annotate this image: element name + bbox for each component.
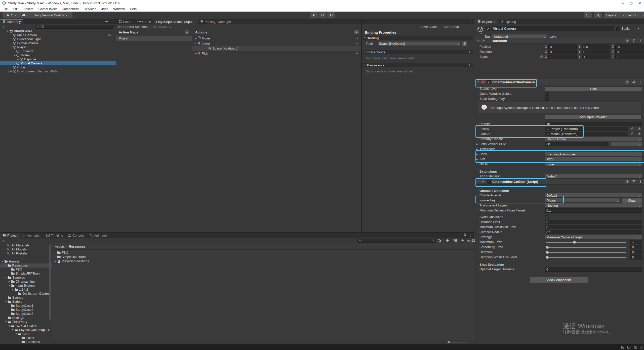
tab-lighting[interactable]: Lighting — [498, 19, 518, 24]
kebab-menu-icon[interactable]: ⋮ — [469, 20, 472, 23]
scale-x-field[interactable]: 1 — [548, 55, 577, 59]
foldout-arrow-icon[interactable]: ▼ — [8, 284, 11, 288]
project-folder-samples[interactable]: ▼Samples — [0, 276, 52, 280]
refresh-disabled-icon[interactable] — [633, 345, 637, 350]
standby-update-dropdown[interactable]: Round Robin▾ — [545, 137, 642, 141]
action-row-move[interactable]: ▶Move＋ — [192, 36, 361, 41]
foldout-arrow-icon[interactable]: ▶ — [8, 280, 11, 284]
minimum-occlusion-time-field[interactable]: 0 — [545, 225, 642, 229]
project-folder-scripts[interactable]: ▼Scripts — [0, 300, 52, 304]
hierarchy-item-cube[interactable]: Cube — [0, 65, 116, 69]
favorites-star-icon[interactable]: ★ — [461, 238, 464, 243]
hierarchy-search-input[interactable]: All — [35, 25, 114, 29]
foldout-arrow-icon[interactable]: ▶ — [475, 158, 479, 160]
hierarchy-item-model[interactable]: ▼Model — [0, 53, 116, 57]
clear-button[interactable]: Clear — [622, 198, 642, 203]
tab-playerinputactions-input-[interactable]: PlayerInputActions (Input... — [153, 19, 198, 24]
aim-dropdown[interactable]: POV▾ — [545, 157, 642, 161]
help-icon[interactable]: ? — [625, 39, 629, 43]
add-action-map-button[interactable]: + — [185, 30, 189, 34]
tab-project[interactable]: Project — [0, 233, 20, 238]
kebab-menu-icon[interactable]: ⋮ — [639, 39, 642, 43]
rotation-y-field[interactable]: 0 — [582, 50, 610, 54]
rotation-x-field[interactable]: 0 — [548, 50, 577, 54]
menu-window[interactable]: Window — [111, 7, 127, 11]
project-folder-studycase1[interactable]: StudyCase1 — [0, 304, 52, 308]
play-button[interactable] — [310, 12, 318, 18]
foldout-arrow-icon[interactable]: ▶ — [475, 148, 479, 150]
foldout-arrow-icon[interactable]: ▼ — [8, 324, 11, 328]
favorite-all-models[interactable]: All Models — [0, 247, 52, 251]
lens-vertical-fov-mode-dropdown[interactable]: ▾ — [610, 142, 642, 146]
hierarchy-item-environment-narrow-walls[interactable]: ▶Environment_Narrow_Walls› — [0, 69, 116, 73]
gear-icon[interactable] — [638, 127, 641, 131]
preset-icon[interactable] — [632, 80, 636, 84]
hierarchy-item-studycase1[interactable]: ▼StudyCase1 — [0, 29, 116, 33]
tab-scene[interactable]: Scene — [116, 19, 135, 24]
add-input-provider-button[interactable]: Add Input Provider — [545, 115, 641, 119]
position-x-field[interactable]: 0 — [548, 45, 577, 49]
camera-radius-field[interactable]: 0.1 — [545, 230, 642, 234]
open-search-window-icon[interactable] — [432, 239, 434, 242]
project-search-input[interactable] — [357, 239, 436, 243]
action-row-space-keyboard-[interactable]: Space [Keyboard] — [192, 46, 361, 51]
kebab-menu-icon[interactable]: ⋮ — [469, 233, 472, 237]
step-button[interactable] — [327, 12, 335, 18]
minimum-distance-from-target-field[interactable]: 0.1 — [545, 208, 642, 213]
foldout-arrow-icon[interactable]: ▼ — [11, 288, 15, 292]
foldout-arrow-icon[interactable]: ▶ — [16, 57, 20, 61]
breadcrumb-root[interactable]: Assets — [55, 245, 65, 248]
tab-console[interactable]: Console — [66, 233, 87, 238]
project-folder-fbx[interactable]: FBX — [0, 268, 52, 272]
project-item-fbx[interactable]: FBX — [52, 250, 474, 255]
foldout-arrow-icon[interactable]: ▼ — [5, 300, 8, 304]
damping-when-occluded-field[interactable]: 0 — [630, 255, 642, 259]
project-folder-functions[interactable]: Functions — [0, 340, 52, 344]
status-live-button[interactable]: Solo — [545, 86, 642, 91]
component-enabled-checkbox[interactable]: ✓ — [487, 80, 491, 84]
close-button[interactable]: ✕ — [635, 0, 644, 6]
maximum-effort-slider-track[interactable] — [546, 242, 626, 243]
damping-slider-track[interactable] — [546, 252, 626, 253]
hierarchy-item-forward[interactable]: Forward — [0, 49, 116, 53]
object-picker-icon[interactable] — [631, 132, 634, 136]
project-folder-input-system[interactable]: ▼Input System — [0, 284, 52, 288]
link-broken-icon[interactable] — [540, 55, 543, 59]
control-schemes-dropdown[interactable]: No Control Schemes ▾ — [118, 25, 151, 29]
layout-dropdown[interactable]: Layout▾ — [624, 12, 644, 18]
action-row-jump[interactable]: ▼Jump＋ — [192, 41, 361, 46]
add-action-button[interactable]: + — [354, 30, 359, 34]
create-asset-button[interactable]: ＋▾ — [2, 239, 7, 243]
add-interaction-button[interactable]: ＋ — [468, 50, 471, 54]
gear-icon[interactable] — [638, 132, 641, 136]
smoothing-time-field[interactable]: 0 — [630, 245, 642, 249]
menu-services[interactable]: Services — [81, 7, 99, 11]
search-by-label-icon[interactable] — [446, 238, 450, 243]
optimal-target-distance-field[interactable]: 0 — [545, 267, 642, 272]
foldout-arrow-icon[interactable]: ▼ — [194, 42, 197, 45]
breadcrumb-current[interactable]: Resources — [69, 245, 85, 248]
search-everywhere-button[interactable] — [594, 12, 602, 18]
project-folder-editor[interactable]: Editor — [0, 336, 52, 340]
foldout-arrow-icon[interactable]: ▼ — [11, 328, 15, 332]
project-folder-resources[interactable]: ▼Resources — [0, 264, 52, 268]
rotation-z-field[interactable]: 0 — [615, 50, 643, 54]
foldout-arrow-icon[interactable]: ▶ — [475, 143, 479, 145]
interactions-section-header[interactable]: ▼Interactions ＋ — [363, 50, 473, 54]
zoom-slider-knob[interactable] — [448, 341, 450, 343]
menu-file[interactable]: File — [0, 7, 10, 11]
tab-animator[interactable]: Animator — [87, 233, 110, 238]
help-icon[interactable]: ? — [625, 180, 629, 184]
follow-object-field[interactable]: Player (Transform) — [545, 127, 628, 131]
save-during-play-checkbox[interactable] — [545, 97, 549, 101]
gameobject-name-field[interactable]: Virtual Camera — [492, 26, 614, 31]
hierarchy-item-main-camera[interactable]: Main Camera — [0, 33, 116, 37]
preset-icon[interactable] — [632, 39, 636, 43]
project-folder-assets[interactable]: ▼Assets — [0, 259, 52, 264]
foldout-arrow-icon[interactable]: ▼ — [6, 29, 9, 33]
add-binding-button[interactable]: ＋ — [355, 41, 359, 46]
search-by-type-icon[interactable] — [438, 238, 441, 243]
action-row-pick[interactable]: ▶Pick＋ — [192, 51, 361, 56]
add-gameobject-button[interactable]: ＋▾ — [2, 25, 7, 29]
noise-dropdown[interactable]: none▾ — [545, 162, 642, 166]
